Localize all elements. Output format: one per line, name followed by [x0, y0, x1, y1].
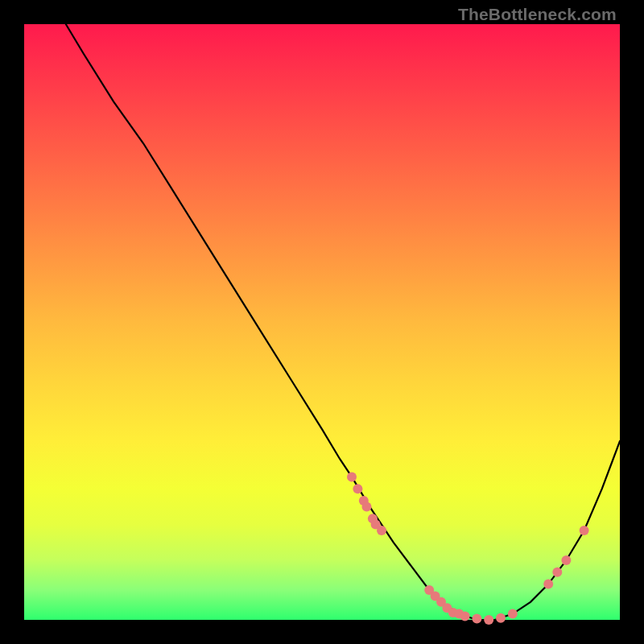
- chart-marker: [580, 526, 589, 535]
- chart-marker: [472, 614, 481, 624]
- chart-marker: [552, 568, 562, 577]
- chart-svg: [24, 24, 620, 620]
- chart-marker: [496, 613, 506, 623]
- chart-marker: [460, 612, 470, 621]
- chart-marker: [543, 580, 553, 589]
- chart-marker: [508, 609, 518, 619]
- chart-marker: [377, 526, 386, 535]
- chart-markers-group: [347, 472, 589, 625]
- chart-marker: [561, 555, 571, 565]
- chart-marker: [484, 615, 493, 625]
- watermark-text: TheBottleneck.com: [458, 5, 617, 24]
- chart-frame: [24, 24, 620, 620]
- chart-marker: [353, 484, 362, 493]
- chart-line: [66, 24, 620, 620]
- chart-marker: [347, 472, 357, 481]
- chart-marker: [362, 502, 372, 511]
